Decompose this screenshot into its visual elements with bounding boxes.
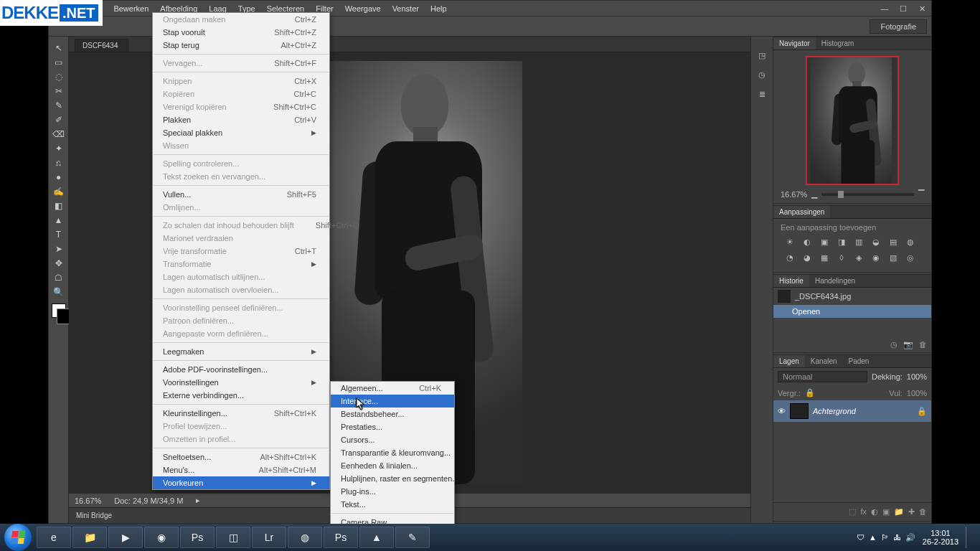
adjustment-icon[interactable]: ▦ — [818, 253, 831, 265]
tray-icon[interactable]: 🛡 — [857, 533, 864, 542]
menu-item[interactable]: Vullen...Shift+F5 — [153, 188, 329, 201]
navigator-zoom[interactable]: 16.67% — [781, 190, 807, 199]
zoom-level[interactable]: 16.67% — [75, 496, 101, 505]
maximize-icon[interactable]: ☐ — [894, 1, 913, 17]
adjustment-icon[interactable]: ◔ — [783, 253, 796, 265]
workspace-switcher[interactable]: Fotografie — [870, 19, 927, 34]
adjustment-icon[interactable]: ◈ — [852, 253, 865, 265]
menu-item[interactable]: Voorinstellingen▶ — [153, 376, 329, 389]
adjustment-icon[interactable]: ▣ — [818, 237, 831, 249]
menu-item[interactable]: Stap terugAlt+Ctrl+Z — [153, 39, 329, 52]
minimize-icon[interactable]: ― — [875, 1, 894, 17]
dodge-tool[interactable]: ◧ — [50, 199, 67, 213]
layer-action-icon[interactable]: fx — [860, 507, 867, 517]
brush-tool[interactable]: ✐ — [50, 113, 67, 127]
history-source[interactable]: _DSCF6434.jpg — [773, 288, 931, 305]
tray-icon[interactable]: 🖧 — [893, 533, 901, 542]
path-tool[interactable]: ➤ — [50, 242, 67, 256]
adjustment-icon[interactable]: ◊ — [835, 253, 848, 265]
color-swatch[interactable] — [52, 303, 66, 318]
move-tool[interactable]: ↖ — [50, 41, 67, 55]
panel-icon[interactable]: ◳ — [758, 51, 765, 60]
zoom-out-icon[interactable]: ▁ — [811, 189, 817, 199]
clock-date[interactable]: 26-2-2013 — [923, 537, 958, 546]
menu-item[interactable]: Interface... — [331, 395, 454, 408]
adjustment-icon[interactable]: ◎ — [904, 253, 917, 265]
adjustment-icon[interactable]: ▤ — [887, 237, 900, 249]
eyedropper-tool[interactable]: ✎ — [50, 98, 67, 113]
taskbar-button-square[interactable]: ◫ — [216, 527, 250, 548]
layer-row[interactable]: 👁 Achtergrond 🔒 — [773, 400, 931, 422]
lasso-tool[interactable]: ◌ — [50, 70, 67, 84]
menu-item[interactable]: Stap vooruitShift+Ctrl+Z — [153, 26, 329, 39]
crop-tool[interactable]: ✂ — [50, 84, 67, 98]
adjustment-icon[interactable]: ◐ — [801, 237, 814, 249]
shape-tool[interactable]: ▲ — [50, 213, 67, 227]
adjustment-icon[interactable]: ▥ — [852, 237, 865, 249]
zoom-slider[interactable] — [821, 193, 914, 196]
menu-item[interactable]: Voorkeuren▶ — [153, 476, 329, 489]
lock-icon[interactable]: 🔒 — [805, 388, 815, 397]
adjustment-icon[interactable]: ▧ — [887, 253, 900, 265]
layer-action-icon[interactable]: ✚ — [908, 507, 915, 517]
trash-icon[interactable]: 🗑 — [919, 340, 927, 349]
menu-item[interactable]: Venster — [387, 1, 425, 17]
taskbar-button-lr[interactable]: Lr — [252, 527, 286, 548]
adjustment-icon[interactable]: ◨ — [835, 237, 848, 249]
marquee-tool[interactable]: ▭ — [50, 55, 67, 70]
layer-thumbnail[interactable] — [790, 403, 809, 419]
menu-item[interactable]: Menu's...Alt+Shift+Ctrl+M — [153, 463, 329, 476]
menu-item[interactable]: Help — [425, 1, 453, 17]
navigator-thumbnail[interactable] — [806, 56, 899, 185]
tab-adjustments[interactable]: Aanpassingen — [773, 206, 830, 218]
tab-channels[interactable]: Kanalen — [805, 355, 843, 367]
zoom-tool[interactable]: 🔍 — [50, 285, 67, 299]
pen-tool[interactable]: ✍ — [50, 184, 67, 199]
panel-icon[interactable]: ≣ — [759, 90, 765, 99]
tray-icon[interactable]: 🔊 — [905, 533, 915, 542]
menu-item[interactable]: Transparantie & kleuromvang... — [331, 446, 454, 459]
document-tab[interactable]: DSCF6434 — [75, 39, 128, 52]
eraser-tool[interactable]: ⌫ — [50, 127, 67, 141]
tab-history[interactable]: Historie — [773, 275, 809, 287]
menu-item[interactable]: Algemeen...Ctrl+K — [331, 382, 454, 395]
start-button[interactable] — [4, 524, 32, 551]
tab-paths[interactable]: Paden — [843, 355, 875, 367]
taskbar-button-wmp[interactable]: ▶ — [108, 527, 143, 548]
visibility-icon[interactable]: 👁 — [778, 407, 786, 415]
snapshot-icon[interactable]: 📷 — [903, 340, 913, 349]
chevron-right-icon[interactable]: ▸ — [196, 496, 200, 505]
type-tool[interactable]: T — [50, 227, 67, 242]
menu-item[interactable]: Weergave — [339, 1, 387, 17]
taskbar-button-steam[interactable]: ◍ — [288, 527, 322, 548]
adjustment-icon[interactable]: ◒ — [870, 237, 882, 249]
taskbar-button-folder[interactable]: 📁 — [72, 527, 107, 548]
taskbar-button-vlc[interactable]: ▲ — [359, 527, 394, 548]
menu-item[interactable]: Cursors... — [331, 433, 454, 446]
opacity-value[interactable]: 100% — [907, 372, 927, 381]
tray-icon[interactable]: ▲ — [869, 533, 877, 542]
tab-navigator[interactable]: Navigator — [773, 37, 816, 50]
rotate-tool[interactable]: ☖ — [50, 270, 67, 285]
clock-time[interactable]: 13:01 — [923, 529, 958, 537]
menu-item[interactable]: Hulplijnen, raster en segmenten... — [331, 472, 454, 485]
fill-value[interactable]: 100% — [907, 389, 927, 397]
blend-mode-select[interactable]: Normaal — [778, 371, 867, 382]
layer-action-icon[interactable]: 🗑 — [919, 507, 927, 517]
layer-action-icon[interactable]: ⬚ — [849, 507, 856, 517]
tab-histogram[interactable]: Histogram — [816, 37, 860, 50]
tab-layers[interactable]: Lagen — [773, 355, 805, 367]
menu-item[interactable]: Plug-ins... — [331, 485, 454, 498]
menu-item[interactable]: Bestandsbeheer... — [331, 408, 454, 420]
zoom-in-icon[interactable]: ▔ — [918, 189, 924, 199]
menu-item[interactable]: Externe verbindingen... — [153, 389, 329, 402]
taskbar-button-pad[interactable]: ✎ — [395, 527, 430, 548]
taskbar-button-ps2[interactable]: Ps — [324, 527, 358, 548]
adjustment-icon[interactable]: ◉ — [870, 253, 882, 265]
taskbar-button-ie[interactable]: e — [37, 527, 71, 548]
taskbar-button-chrome[interactable]: ◉ — [144, 527, 179, 548]
layer-action-icon[interactable]: ◐ — [871, 507, 878, 517]
tab-actions[interactable]: Handelingen — [809, 275, 861, 287]
menu-item[interactable]: Sneltoetsen...Alt+Shift+Ctrl+K — [153, 451, 329, 463]
show-desktop-button[interactable] — [966, 527, 973, 548]
